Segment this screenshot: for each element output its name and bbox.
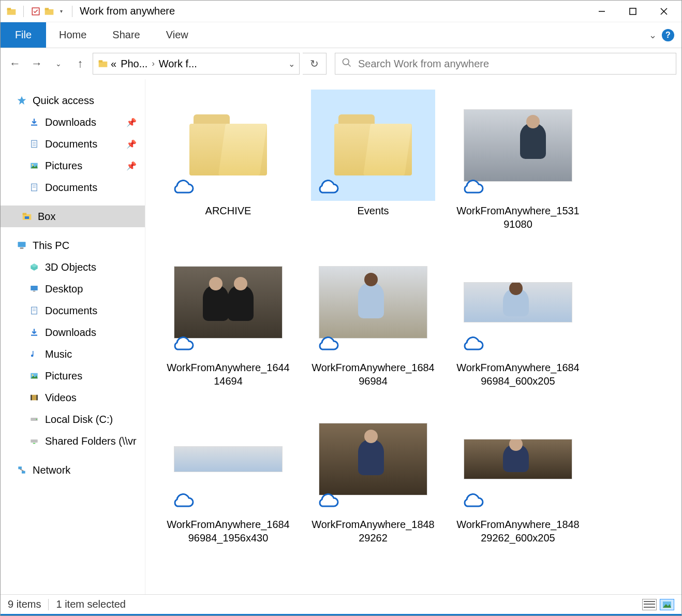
collapse-ribbon-icon[interactable]: ⌄ [649, 30, 657, 41]
close-button[interactable] [648, 1, 679, 22]
breadcrumb-part[interactable]: Pho... [118, 58, 150, 70]
svg-line-50 [20, 469, 24, 471]
details-view-button[interactable] [642, 599, 657, 610]
sidebar-item-local-disk[interactable]: Local Disk (C:) [1, 408, 145, 430]
document-icon [28, 138, 40, 150]
sidebar-label: Documents [45, 182, 97, 194]
home-tab[interactable]: Home [46, 22, 99, 48]
sidebar-item-desktop[interactable]: Desktop [1, 278, 145, 300]
item-label: WorkFromAnywhere_184829262 [311, 515, 435, 545]
folder-icon [334, 114, 412, 177]
sidebar-item-downloads[interactable]: Downloads 📌 [1, 111, 145, 133]
sidebar-item-quick-access[interactable]: Quick access [1, 90, 145, 111]
folder-item-events[interactable]: Events [306, 90, 440, 231]
sidebar-item-3d-objects[interactable]: 3D Objects [1, 256, 145, 278]
sidebar-item-videos[interactable]: Videos [1, 387, 145, 408]
sidebar-item-downloads[interactable]: Downloads [1, 321, 145, 343]
svg-rect-49 [22, 471, 25, 474]
thumbnails-view-button[interactable] [660, 599, 674, 610]
sidebar-item-box[interactable]: Box [1, 206, 145, 227]
sidebar-item-documents[interactable]: Documents [1, 300, 145, 321]
image-thumbnail [174, 446, 283, 472]
desktop-icon [28, 283, 40, 295]
svg-rect-37 [31, 335, 37, 336]
forward-button[interactable]: → [27, 54, 46, 73]
pictures-icon [28, 160, 40, 171]
svg-point-45 [36, 419, 37, 420]
back-button[interactable]: ← [6, 54, 24, 73]
sidebar-label: Pictures [45, 370, 82, 382]
file-item[interactable]: WorkFromAnywhere_164414694 [161, 246, 295, 388]
file-item[interactable]: WorkFromAnywhere_184829262_600x205 [451, 403, 585, 545]
breadcrumb-part[interactable]: Work f... [157, 58, 199, 70]
qat-dropdown-icon[interactable]: ▾ [60, 8, 63, 14]
file-item[interactable]: WorkFromAnywhere_153191080 [451, 90, 585, 231]
document-icon [28, 182, 40, 193]
window-title: Work from anywhere [77, 5, 175, 17]
svg-rect-6 [630, 8, 636, 14]
svg-rect-43 [37, 395, 38, 401]
file-item[interactable]: WorkFromAnywhere_168496984_600x205 [451, 246, 585, 388]
network-icon [16, 464, 27, 476]
recent-dropdown[interactable]: ⌄ [49, 54, 68, 73]
file-item[interactable]: WorkFromAnywhere_168496984 [306, 246, 440, 388]
image-thumbnail [319, 266, 427, 339]
sidebar-item-shared-folders[interactable]: Shared Folders (\\vr [1, 430, 145, 452]
sidebar-item-this-pc[interactable]: This PC [1, 234, 145, 256]
content-pane[interactable]: ARCHIVE Events [145, 79, 681, 594]
sidebar-item-pictures[interactable]: Pictures 📌 [1, 155, 145, 177]
svg-rect-32 [31, 286, 38, 290]
svg-rect-26 [23, 213, 27, 215]
sidebar-label: Local Disk (C:) [45, 414, 113, 426]
maximize-button[interactable] [617, 1, 648, 22]
folder-icon [6, 6, 17, 17]
file-item[interactable]: WorkFromAnywhere_168496984_1956x430 [161, 403, 295, 545]
sidebar-label: Box [38, 211, 55, 223]
chevron-right-icon[interactable]: › [150, 59, 156, 68]
share-tab[interactable]: Share [99, 22, 153, 48]
cloud-icon [315, 335, 340, 354]
svg-rect-47 [33, 443, 36, 444]
svg-line-12 [348, 64, 351, 67]
view-tab[interactable]: View [153, 22, 201, 48]
cloud-icon [170, 178, 195, 197]
sidebar-item-documents[interactable]: Documents 📌 [1, 133, 145, 155]
file-tab[interactable]: File [1, 22, 46, 48]
sidebar-item-documents[interactable]: Documents [1, 177, 145, 198]
download-icon [28, 327, 40, 338]
up-button[interactable]: ↑ [71, 54, 90, 73]
sidebar-label: Desktop [45, 283, 83, 295]
svg-rect-46 [31, 439, 38, 443]
address-bar[interactable]: « Pho... › Work f... ⌄ [93, 53, 300, 75]
sidebar-label: Music [45, 348, 72, 360]
image-thumbnail [319, 423, 427, 495]
cloud-icon [315, 492, 340, 510]
sidebar-label: This PC [33, 240, 69, 252]
sidebar-label: Network [33, 464, 70, 476]
search-input[interactable] [358, 58, 670, 70]
refresh-button[interactable]: ↻ [303, 53, 327, 75]
sidebar-item-network[interactable]: Network [1, 459, 145, 481]
search-box[interactable] [335, 53, 676, 75]
selection-count: 1 item selected [56, 598, 126, 610]
ribbon: File Home Share View ⌄ ? [1, 22, 681, 48]
title-bar: ▾ Work from anywhere [1, 1, 681, 22]
cloud-icon [170, 335, 195, 354]
folder-icon [97, 58, 109, 69]
folder-item-archive[interactable]: ARCHIVE [161, 90, 295, 231]
minimize-button[interactable] [586, 1, 617, 22]
sidebar-item-music[interactable]: Music [1, 343, 145, 365]
network-drive-icon [28, 435, 40, 447]
sidebar-item-pictures[interactable]: Pictures [1, 365, 145, 387]
svg-rect-42 [31, 395, 32, 401]
help-icon[interactable]: ? [662, 29, 674, 41]
breadcrumb-prefix[interactable]: « [109, 58, 118, 70]
search-icon [342, 57, 352, 70]
document-icon [28, 305, 40, 316]
sidebar-label: Downloads [45, 116, 96, 128]
properties-icon[interactable] [30, 6, 41, 17]
download-icon [28, 116, 40, 128]
sidebar-label: 3D Objects [45, 261, 96, 273]
file-item[interactable]: WorkFromAnywhere_184829262 [306, 403, 440, 545]
address-dropdown-icon[interactable]: ⌄ [288, 59, 295, 69]
